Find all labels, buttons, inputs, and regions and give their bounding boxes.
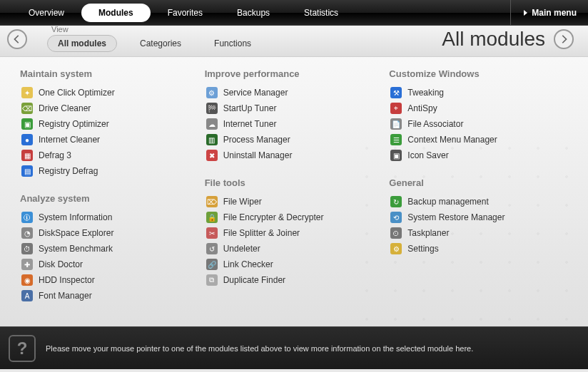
module-item[interactable]: ⌦File Wiper: [205, 194, 390, 210]
main-menu-button[interactable]: Main menu: [510, 0, 577, 25]
module-icon: ⟲: [390, 212, 402, 223]
list-analyze: 🛈System Information◔DiskSpace Explorer⏱S…: [20, 210, 205, 304]
section-general: General ↻Backup management⟲System Restor…: [389, 177, 574, 257]
module-icon: ⏲: [390, 227, 402, 239]
subbar: View All modules Categories Functions Al…: [0, 26, 588, 57]
module-item[interactable]: 🔗Link Checker: [205, 257, 390, 272]
module-icon: ⌫: [21, 103, 33, 114]
column-3: Customize Windows ⚒Tweaking⌖AntiSpy📄File…: [389, 68, 574, 319]
module-icon: ✚: [21, 259, 33, 270]
module-icon: 🏁: [206, 103, 218, 114]
module-item[interactable]: 🔒File Encrypter & Decrypter: [205, 210, 390, 225]
module-item[interactable]: ⏱System Benchmark: [20, 241, 205, 257]
module-label: Duplicate Finder: [223, 275, 285, 285]
module-item[interactable]: ◔DiskSpace Explorer: [20, 225, 205, 241]
tab-statistics[interactable]: Statistics: [287, 4, 355, 22]
section-maintain: Maintain system ✦One Click Optimizer⌫Dri…: [20, 68, 205, 179]
section-title-analyze: Analyze system: [20, 193, 205, 204]
page-title: All modules: [442, 28, 545, 51]
module-icon: ▣: [390, 150, 402, 161]
column-2: Improve performance ⚙Service Manager🏁Sta…: [205, 68, 390, 319]
module-icon: ⏱: [21, 243, 33, 254]
module-icon: ⧉: [206, 274, 218, 286]
module-label: Defrag 3: [39, 150, 71, 160]
module-label: Taskplaner: [407, 228, 449, 238]
tab-overview[interactable]: Overview: [11, 4, 81, 22]
module-item[interactable]: ●Internet Cleaner: [20, 132, 205, 148]
module-icon: ⚙: [206, 87, 218, 98]
list-filetools: ⌦File Wiper🔒File Encrypter & Decrypter✂F…: [205, 194, 390, 288]
section-title-filetools: File tools: [205, 177, 390, 188]
module-label: Internet Cleaner: [39, 135, 100, 145]
footer: ? Please move your mouse pointer to one …: [0, 326, 588, 369]
module-label: Settings: [407, 244, 438, 254]
module-item[interactable]: ⚒Tweaking: [389, 85, 574, 100]
module-item[interactable]: ☁Internet Tuner: [205, 116, 390, 132]
module-label: HDD Inspector: [39, 275, 95, 285]
module-item[interactable]: ⟲System Restore Manager: [389, 210, 574, 225]
section-title-customize: Customize Windows: [389, 68, 574, 79]
module-icon: ⌖: [390, 103, 402, 114]
module-label: Font Manager: [39, 291, 92, 301]
module-label: Context Menu Manager: [407, 135, 497, 145]
module-icon: ⌦: [206, 196, 218, 207]
column-1: Maintain system ✦One Click Optimizer⌫Dri…: [20, 68, 205, 319]
module-item[interactable]: ▤Registry Defrag: [20, 163, 205, 179]
module-item[interactable]: ▥Process Manager: [205, 132, 390, 148]
module-item[interactable]: ⏲Taskplaner: [389, 225, 574, 241]
module-item[interactable]: AFont Manager: [20, 288, 205, 304]
help-icon: ?: [9, 335, 36, 362]
back-button[interactable]: [7, 29, 27, 49]
module-label: Link Checker: [223, 259, 273, 269]
module-item[interactable]: ↻Backup management: [389, 194, 574, 210]
module-item[interactable]: 🛈System Information: [20, 210, 205, 225]
module-item[interactable]: ✦One Click Optimizer: [20, 85, 205, 100]
module-icon: ◉: [21, 274, 33, 286]
view-tab-functions[interactable]: Functions: [204, 36, 261, 51]
module-item[interactable]: ▣Registry Optimizer: [20, 116, 205, 132]
module-item[interactable]: ✂File Splitter & Joiner: [205, 225, 390, 241]
module-icon: ▣: [21, 118, 33, 130]
module-icon: ◔: [21, 227, 33, 239]
tab-modules[interactable]: Modules: [81, 4, 151, 22]
module-label: Disk Doctor: [39, 259, 83, 269]
forward-button[interactable]: [554, 29, 574, 49]
module-item[interactable]: ☰Context Menu Manager: [389, 132, 574, 148]
module-item[interactable]: ⌖AntiSpy: [389, 100, 574, 116]
module-item[interactable]: ✖Uninstall Manager: [205, 148, 390, 163]
module-label: Internet Tuner: [223, 119, 277, 129]
module-item[interactable]: ⚙Settings: [389, 241, 574, 257]
module-item[interactable]: ▣Icon Saver: [389, 148, 574, 163]
module-item[interactable]: 📄File Associator: [389, 116, 574, 132]
module-item[interactable]: ◉HDD Inspector: [20, 272, 205, 288]
footer-text: Please move your mouse pointer to one of…: [46, 344, 473, 353]
section-title-improve: Improve performance: [205, 68, 390, 79]
list-improve: ⚙Service Manager🏁StartUp Tuner☁Internet …: [205, 85, 390, 163]
module-label: File Associator: [407, 119, 463, 129]
module-item[interactable]: ⚙Service Manager: [205, 85, 390, 100]
view-tab-all-modules[interactable]: All modules: [47, 35, 117, 52]
module-item[interactable]: ⧉Duplicate Finder: [205, 272, 390, 288]
content-area: Maintain system ✦One Click Optimizer⌫Dri…: [0, 57, 588, 326]
module-item[interactable]: ▦Defrag 3: [20, 148, 205, 163]
main-menu-label: Main menu: [532, 8, 577, 18]
section-customize: Customize Windows ⚒Tweaking⌖AntiSpy📄File…: [389, 68, 574, 163]
module-item[interactable]: 🏁StartUp Tuner: [205, 100, 390, 116]
tab-backups[interactable]: Backups: [220, 4, 287, 22]
module-icon: ▥: [206, 134, 218, 145]
arrow-left-icon: [12, 34, 22, 44]
module-icon: ✖: [206, 150, 218, 161]
module-label: StartUp Tuner: [223, 103, 277, 113]
module-label: AntiSpy: [407, 103, 437, 113]
tab-favorites[interactable]: Favorites: [151, 4, 220, 22]
module-item[interactable]: ↺Undeleter: [205, 241, 390, 257]
module-item[interactable]: ✚Disk Doctor: [20, 257, 205, 272]
module-label: DiskSpace Explorer: [39, 228, 113, 238]
module-item[interactable]: ⌫Drive Cleaner: [20, 100, 205, 116]
view-tab-categories[interactable]: Categories: [130, 36, 191, 51]
module-icon: A: [21, 290, 33, 301]
section-title-maintain: Maintain system: [20, 68, 205, 79]
module-label: File Encrypter & Decrypter: [223, 212, 324, 222]
module-label: Undeleter: [223, 244, 260, 254]
module-icon: ☁: [206, 118, 218, 130]
